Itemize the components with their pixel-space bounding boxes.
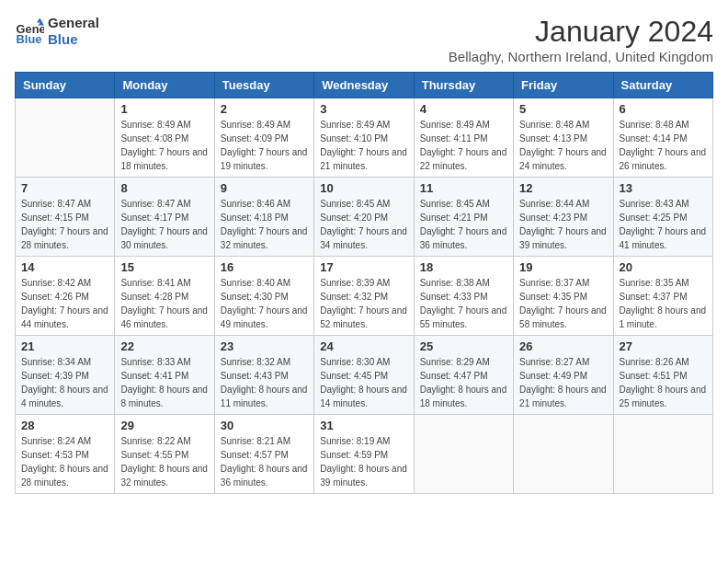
logo: General Blue General Blue: [15, 15, 99, 48]
day-number: 2: [221, 102, 308, 116]
day-info: Sunrise: 8:22 AMSunset: 4:55 PMDaylight:…: [120, 434, 208, 489]
calendar-cell: 29Sunrise: 8:22 AMSunset: 4:55 PMDayligh…: [115, 415, 214, 494]
day-info: Sunrise: 8:48 AMSunset: 4:14 PMDaylight:…: [620, 118, 707, 173]
day-number: 1: [120, 102, 208, 116]
calendar-cell: 9Sunrise: 8:46 AMSunset: 4:18 PMDaylight…: [214, 178, 313, 257]
day-number: 30: [221, 419, 308, 432]
calendar-cell: [514, 415, 613, 494]
day-info: Sunrise: 8:21 AMSunset: 4:57 PMDaylight:…: [221, 434, 308, 489]
day-info: Sunrise: 8:37 AMSunset: 4:35 PMDaylight:…: [519, 276, 607, 331]
calendar-cell: 16Sunrise: 8:40 AMSunset: 4:30 PMDayligh…: [214, 257, 313, 336]
day-number: 5: [519, 102, 607, 116]
day-info: Sunrise: 8:26 AMSunset: 4:51 PMDaylight:…: [620, 355, 707, 410]
calendar-cell: 3Sunrise: 8:49 AMSunset: 4:10 PMDaylight…: [314, 98, 414, 178]
calendar-cell: 6Sunrise: 8:48 AMSunset: 4:14 PMDaylight…: [613, 98, 712, 178]
day-number: 18: [420, 260, 507, 274]
weekday-header-row: SundayMondayTuesdayWednesdayThursdayFrid…: [16, 73, 713, 98]
day-number: 15: [120, 260, 208, 274]
calendar-cell: [613, 415, 712, 494]
day-info: Sunrise: 8:46 AMSunset: 4:18 PMDaylight:…: [221, 197, 308, 252]
logo-text-blue: Blue: [48, 31, 99, 48]
day-info: Sunrise: 8:49 AMSunset: 4:08 PMDaylight:…: [120, 118, 208, 173]
calendar-week-5: 28Sunrise: 8:24 AMSunset: 4:53 PMDayligh…: [16, 415, 713, 494]
location-title: Bellaghy, Northern Ireland, United Kingd…: [449, 49, 713, 64]
day-number: 20: [620, 260, 707, 274]
day-number: 13: [620, 181, 707, 195]
calendar-cell: 28Sunrise: 8:24 AMSunset: 4:53 PMDayligh…: [16, 415, 115, 494]
calendar-week-1: 1Sunrise: 8:49 AMSunset: 4:08 PMDaylight…: [16, 98, 713, 178]
calendar-cell: [414, 415, 513, 494]
day-number: 12: [519, 181, 607, 195]
day-number: 16: [221, 260, 308, 274]
day-info: Sunrise: 8:39 AMSunset: 4:32 PMDaylight:…: [320, 276, 407, 331]
day-number: 29: [120, 419, 208, 432]
day-info: Sunrise: 8:49 AMSunset: 4:09 PMDaylight:…: [221, 118, 308, 173]
day-number: 21: [21, 339, 108, 353]
day-info: Sunrise: 8:19 AMSunset: 4:59 PMDaylight:…: [320, 434, 407, 489]
calendar-cell: 12Sunrise: 8:44 AMSunset: 4:23 PMDayligh…: [514, 178, 613, 257]
calendar-cell: 30Sunrise: 8:21 AMSunset: 4:57 PMDayligh…: [214, 415, 313, 494]
calendar-cell: 23Sunrise: 8:32 AMSunset: 4:43 PMDayligh…: [214, 336, 313, 415]
calendar-cell: 5Sunrise: 8:48 AMSunset: 4:13 PMDaylight…: [514, 98, 613, 178]
calendar-cell: 20Sunrise: 8:35 AMSunset: 4:37 PMDayligh…: [613, 257, 712, 336]
day-info: Sunrise: 8:40 AMSunset: 4:30 PMDaylight:…: [221, 276, 308, 331]
weekday-header-wednesday: Wednesday: [314, 73, 414, 98]
calendar-cell: 27Sunrise: 8:26 AMSunset: 4:51 PMDayligh…: [613, 336, 712, 415]
day-info: Sunrise: 8:47 AMSunset: 4:15 PMDaylight:…: [21, 197, 108, 252]
day-number: 26: [519, 339, 607, 353]
day-number: 25: [420, 339, 507, 353]
day-info: Sunrise: 8:44 AMSunset: 4:23 PMDaylight:…: [519, 197, 607, 252]
calendar-week-4: 21Sunrise: 8:34 AMSunset: 4:39 PMDayligh…: [16, 336, 713, 415]
calendar-cell: 24Sunrise: 8:30 AMSunset: 4:45 PMDayligh…: [314, 336, 414, 415]
day-number: 8: [120, 181, 208, 195]
day-info: Sunrise: 8:35 AMSunset: 4:37 PMDaylight:…: [620, 276, 707, 331]
day-info: Sunrise: 8:45 AMSunset: 4:20 PMDaylight:…: [320, 197, 407, 252]
day-number: 6: [620, 102, 707, 116]
day-number: 3: [320, 102, 407, 116]
calendar-cell: 7Sunrise: 8:47 AMSunset: 4:15 PMDaylight…: [16, 178, 115, 257]
calendar-cell: [16, 98, 115, 178]
calendar-week-2: 7Sunrise: 8:47 AMSunset: 4:15 PMDaylight…: [16, 178, 713, 257]
day-info: Sunrise: 8:45 AMSunset: 4:21 PMDaylight:…: [420, 197, 507, 252]
day-number: 10: [320, 181, 407, 195]
day-number: 28: [21, 419, 108, 432]
day-info: Sunrise: 8:24 AMSunset: 4:53 PMDaylight:…: [21, 434, 108, 489]
weekday-header-friday: Friday: [514, 73, 613, 98]
calendar-cell: 26Sunrise: 8:27 AMSunset: 4:49 PMDayligh…: [514, 336, 613, 415]
day-number: 17: [320, 260, 407, 274]
day-number: 23: [221, 339, 308, 353]
title-block: January 2024 Bellaghy, Northern Ireland,…: [449, 15, 713, 64]
calendar-cell: 15Sunrise: 8:41 AMSunset: 4:28 PMDayligh…: [115, 257, 214, 336]
calendar-cell: 17Sunrise: 8:39 AMSunset: 4:32 PMDayligh…: [314, 257, 414, 336]
day-number: 22: [120, 339, 208, 353]
day-info: Sunrise: 8:34 AMSunset: 4:39 PMDaylight:…: [21, 355, 108, 410]
calendar-cell: 13Sunrise: 8:43 AMSunset: 4:25 PMDayligh…: [613, 178, 712, 257]
day-number: 9: [221, 181, 308, 195]
day-info: Sunrise: 8:38 AMSunset: 4:33 PMDaylight:…: [420, 276, 507, 331]
day-info: Sunrise: 8:29 AMSunset: 4:47 PMDaylight:…: [420, 355, 507, 410]
day-info: Sunrise: 8:27 AMSunset: 4:49 PMDaylight:…: [519, 355, 607, 410]
weekday-header-thursday: Thursday: [414, 73, 513, 98]
calendar-week-3: 14Sunrise: 8:42 AMSunset: 4:26 PMDayligh…: [16, 257, 713, 336]
calendar-cell: 8Sunrise: 8:47 AMSunset: 4:17 PMDaylight…: [115, 178, 214, 257]
day-info: Sunrise: 8:41 AMSunset: 4:28 PMDaylight:…: [120, 276, 208, 331]
day-number: 4: [420, 102, 507, 116]
day-info: Sunrise: 8:43 AMSunset: 4:25 PMDaylight:…: [620, 197, 707, 252]
day-number: 19: [519, 260, 607, 274]
logo-icon: General Blue: [15, 17, 44, 46]
calendar-cell: 21Sunrise: 8:34 AMSunset: 4:39 PMDayligh…: [16, 336, 115, 415]
calendar-cell: 19Sunrise: 8:37 AMSunset: 4:35 PMDayligh…: [514, 257, 613, 336]
calendar-cell: 31Sunrise: 8:19 AMSunset: 4:59 PMDayligh…: [314, 415, 414, 494]
calendar-cell: 1Sunrise: 8:49 AMSunset: 4:08 PMDaylight…: [115, 98, 214, 178]
day-info: Sunrise: 8:48 AMSunset: 4:13 PMDaylight:…: [519, 118, 607, 173]
day-number: 27: [620, 339, 707, 353]
calendar-cell: 4Sunrise: 8:49 AMSunset: 4:11 PMDaylight…: [414, 98, 513, 178]
calendar-cell: 22Sunrise: 8:33 AMSunset: 4:41 PMDayligh…: [115, 336, 214, 415]
month-title: January 2024: [449, 15, 713, 49]
logo-text-general: General: [48, 15, 99, 31]
day-info: Sunrise: 8:33 AMSunset: 4:41 PMDaylight:…: [120, 355, 208, 410]
day-number: 31: [320, 419, 407, 432]
day-number: 14: [21, 260, 108, 274]
calendar-cell: 10Sunrise: 8:45 AMSunset: 4:20 PMDayligh…: [314, 178, 414, 257]
day-info: Sunrise: 8:30 AMSunset: 4:45 PMDaylight:…: [320, 355, 407, 410]
